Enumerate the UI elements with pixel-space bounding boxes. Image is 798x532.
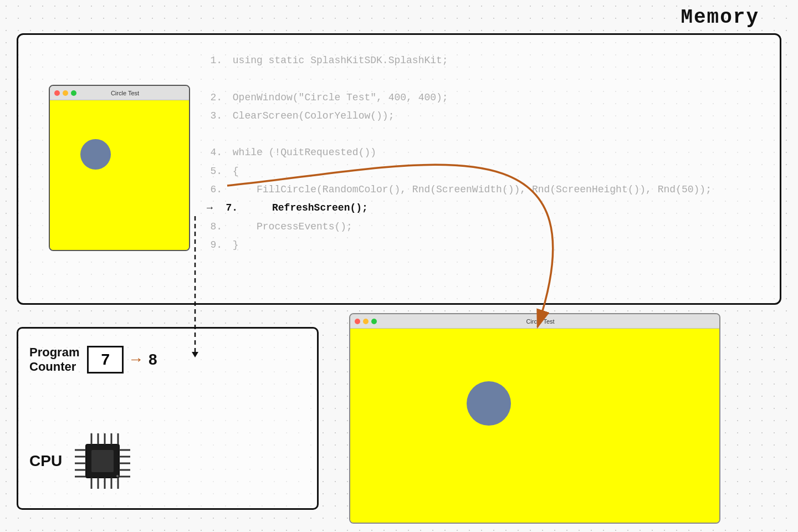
- large-window-title: Circle Test: [380, 318, 701, 325]
- code-line-2: 2. OpenWindow("Circle Test", 400, 400);: [207, 89, 769, 107]
- svg-point-22: [116, 475, 119, 477]
- small-window-circle: [80, 139, 111, 170]
- program-counter-value: 7: [87, 346, 124, 374]
- small-window-top: Circle Test: [49, 85, 190, 251]
- code-line-1: 1. using static SplashKitSDK.SplashKit;: [207, 52, 769, 70]
- large-close-dot[interactable]: [355, 319, 360, 324]
- cpu-chip-icon: [72, 431, 133, 492]
- large-window-titlebar: Circle Test: [350, 314, 719, 329]
- memory-panel: Circle Test 1. using static SplashKitSDK…: [17, 33, 781, 305]
- minimize-dot[interactable]: [63, 90, 68, 96]
- code-line-9: 9. }: [207, 236, 769, 254]
- small-window-titlebar: Circle Test: [50, 86, 189, 100]
- pc-next-value: 8: [149, 351, 157, 369]
- code-line-6: 6. FillCircle(RandomColor(), Rnd(ScreenW…: [207, 181, 769, 199]
- pc-next-arrow: →: [131, 351, 141, 369]
- small-window-content: [50, 100, 189, 250]
- memory-title: Memory: [681, 6, 759, 29]
- code-line-8: 8. ProcessEvents();: [207, 218, 769, 236]
- code-line-4: 4. while (!QuitRequested()): [207, 144, 769, 162]
- cpu-label: CPU: [29, 452, 62, 470]
- code-line-5: 5. {: [207, 162, 769, 181]
- program-counter-area: ProgramCounter 7 → 8: [29, 345, 157, 375]
- code-line-3: 3. ClearScreen(ColorYellow());: [207, 107, 769, 125]
- program-counter-label: ProgramCounter: [29, 345, 79, 375]
- close-dot[interactable]: [54, 90, 60, 96]
- large-window-content: [350, 329, 719, 523]
- small-window-title: Circle Test: [79, 90, 171, 96]
- code-line-7: →7. RefreshScreen();: [207, 199, 769, 217]
- large-window-circle: [467, 381, 511, 426]
- code-line-blank1: [207, 70, 769, 88]
- svg-rect-1: [91, 450, 114, 472]
- code-block: 1. using static SplashKitSDK.SplashKit; …: [207, 52, 769, 254]
- cpu-label-area: CPU: [29, 431, 133, 492]
- large-maximize-dot[interactable]: [371, 319, 377, 324]
- large-window-bottom: Circle Test: [349, 313, 720, 524]
- cpu-panel: ProgramCounter 7 → 8 CPU: [17, 327, 319, 510]
- large-minimize-dot[interactable]: [363, 319, 369, 324]
- maximize-dot[interactable]: [71, 90, 76, 96]
- code-line-blank2: [207, 125, 769, 144]
